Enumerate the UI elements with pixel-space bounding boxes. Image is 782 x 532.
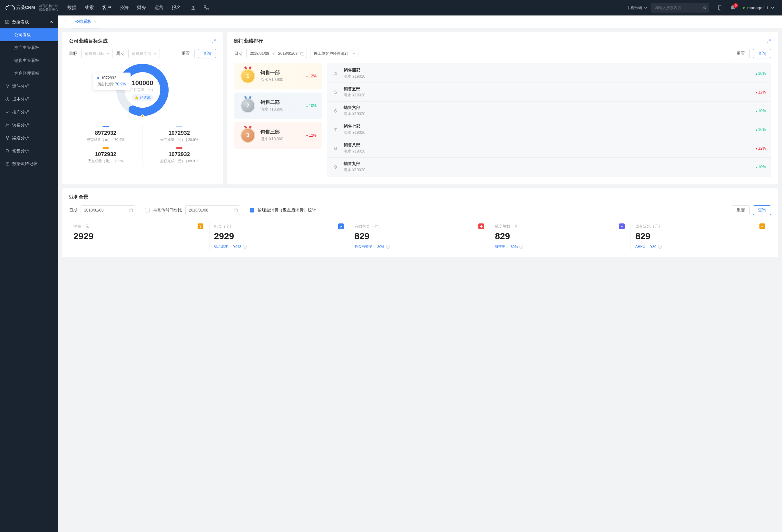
nav-leads[interactable]: 线索 (85, 5, 94, 11)
rank-row: 4 销售四部流水 ¥19020 ▴ 10% (327, 64, 771, 82)
nav-customer[interactable]: 客户 (102, 5, 111, 11)
search-input[interactable] (654, 5, 703, 10)
chevron-up-icon (50, 20, 53, 24)
compare-label: 与其他时间对比 (153, 207, 182, 213)
cycle-label: 周期 (116, 50, 125, 57)
target-query-button[interactable]: 查询 (198, 49, 216, 58)
metric-card: 机会（个）➤ 2929机会成本：¥948? (209, 222, 350, 250)
sidebar-salesa[interactable]: 销售分析 (0, 144, 58, 157)
help-icon[interactable]: ? (243, 245, 247, 249)
help-icon[interactable]: ? (658, 245, 662, 249)
target-select[interactable]: 请选择目标 (81, 49, 113, 58)
legend-undone: 1072932未完成量（元） | 20.9% (142, 123, 216, 145)
sidebar-sales[interactable]: 销售主管看板 (0, 54, 58, 67)
stat-by-select[interactable]: 按工单客户经理统计 (310, 49, 358, 58)
nav-finance[interactable]: 财务 (137, 5, 146, 11)
biz-date1[interactable]: 2018/01/08 (80, 205, 135, 215)
legend-should: 1072932应完成量（元） | 8.9% (69, 145, 142, 166)
cash-checkbox[interactable]: ✓ (250, 208, 254, 212)
donut-tooltip: 1072932 所占比例: 70.9% (93, 73, 131, 90)
svg-rect-15 (6, 162, 9, 165)
svg-rect-6 (8, 22, 9, 24)
podium-1: 1 销售一部流水 ¥10,900 ▾12% (234, 63, 322, 89)
rank-reset-button[interactable]: 重置 (732, 49, 750, 58)
sidebar-visitor[interactable]: 访客分析 (0, 119, 58, 132)
sidebar-promo2[interactable]: 推广分析 (0, 106, 58, 119)
metric-card: 有效机会（个）✚ 829机会有效率：80%? (350, 222, 490, 250)
expand-icon[interactable] (767, 39, 771, 43)
metric-icon: ≡ (759, 223, 765, 229)
help-icon[interactable]: ? (386, 245, 390, 249)
podium-2: 2 销售二部流水 ¥10,900 ▴10% (234, 93, 322, 119)
help-icon[interactable]: ? (519, 245, 523, 249)
search-icon[interactable] (703, 5, 707, 10)
biz-title: 业务全景 (69, 194, 88, 200)
svg-rect-7 (6, 23, 7, 24)
sidebar-funnel[interactable]: 漏斗分析 (0, 80, 58, 93)
svg-point-9 (6, 124, 8, 125)
status-dot (743, 7, 745, 9)
tab-company[interactable]: 公司看板✕ (71, 15, 101, 28)
sidebar-cost[interactable]: 成本分析 (0, 93, 58, 106)
medal-icon: 2 (241, 98, 255, 113)
sidebar-company[interactable]: 公司看板 (0, 28, 58, 41)
svg-point-14 (6, 149, 8, 152)
biz-reset-button[interactable]: 重置 (732, 205, 750, 215)
svg-rect-19 (129, 209, 133, 212)
svg-rect-4 (6, 20, 7, 22)
svg-rect-18 (301, 52, 304, 55)
metric-card: 成交流水（元）≡ 829ARPU：¥80? (631, 222, 771, 250)
target-title: 公司业绩目标达成 (69, 38, 108, 44)
medal-icon: 1 (241, 69, 255, 83)
svg-point-1 (703, 6, 706, 9)
nav-public[interactable]: 公海 (119, 5, 129, 11)
svg-rect-20 (234, 209, 238, 212)
sidebar-channel[interactable]: 渠道分析 (0, 132, 58, 144)
rank-query-button[interactable]: 查询 (753, 49, 771, 58)
target-label: 目标 (69, 50, 77, 57)
calendar-icon (234, 208, 238, 212)
tab-close-icon[interactable]: ✕ (94, 19, 97, 24)
metric-card: 消费（元）$ 2929 (69, 222, 209, 250)
rank-row: 8 销售八部流水 ¥19020 ▾ 12% (327, 139, 771, 157)
sidebar-dashboard[interactable]: 数据看板 (0, 15, 58, 28)
sidebar-flow[interactable]: 数据流转记录 (0, 157, 58, 170)
compare-checkbox[interactable] (145, 208, 149, 212)
metric-icon: $ (198, 223, 203, 229)
user-menu[interactable]: manager11 (743, 5, 774, 10)
rank-row: 9 销售九部流水 ¥19020 ▴ 10% (327, 157, 771, 176)
expand-icon[interactable] (211, 39, 216, 43)
phone-icon[interactable] (203, 5, 209, 11)
sidebar-promo[interactable]: 推广主管看板 (0, 41, 58, 54)
svg-point-11 (6, 136, 6, 137)
rank-date-range[interactable]: 2018/01/08至2018/01/08 (246, 49, 307, 58)
ranking-title: 部门业绩排行 (234, 38, 263, 44)
svg-rect-5 (8, 20, 9, 21)
calendar-icon (129, 208, 133, 212)
metric-card: 成交单数（单）≡ 829成交率：80%? (490, 222, 631, 250)
svg-point-13 (7, 139, 8, 139)
search-type-select[interactable]: 手机号码 (623, 5, 651, 11)
metric-icon: ✚ (478, 223, 484, 229)
rank-row: 6 销售六部流水 ¥19020 ▴ 10% (327, 101, 771, 120)
biz-date2[interactable]: 2018/01/08 (185, 205, 240, 215)
legend-over: 1072932超额完成（元） | 89.9% (142, 145, 216, 166)
sidebar-cm[interactable]: 客户经理看板 (0, 67, 58, 80)
nav-ops[interactable]: 运营 (154, 5, 164, 11)
cash-label: 按现金消费（返点后消费）统计 (257, 207, 316, 213)
podium-3: 3 销售三部流水 ¥10,900 ▾12% (234, 122, 322, 149)
thumb-up-icon: 👍 (134, 96, 139, 100)
user-icon[interactable] (190, 5, 196, 11)
menu-toggle-icon[interactable] (63, 20, 67, 24)
mobile-icon[interactable] (717, 5, 723, 11)
rank-date-label: 日期 (234, 50, 242, 57)
nav-enroll[interactable]: 报名 (172, 5, 181, 11)
rank-row: 5 销售五部流水 ¥19020 ▾ 12% (327, 82, 771, 101)
nav-data[interactable]: 数据 (67, 5, 76, 11)
biz-query-button[interactable]: 查询 (753, 205, 771, 215)
target-reset-button[interactable]: 重置 (177, 49, 195, 58)
notification-bell[interactable]: 5 (730, 5, 736, 11)
logo: 云朵CRM 教育机构一站式服务云平台 (5, 4, 58, 11)
svg-point-12 (8, 136, 9, 137)
svg-point-10 (8, 124, 9, 125)
